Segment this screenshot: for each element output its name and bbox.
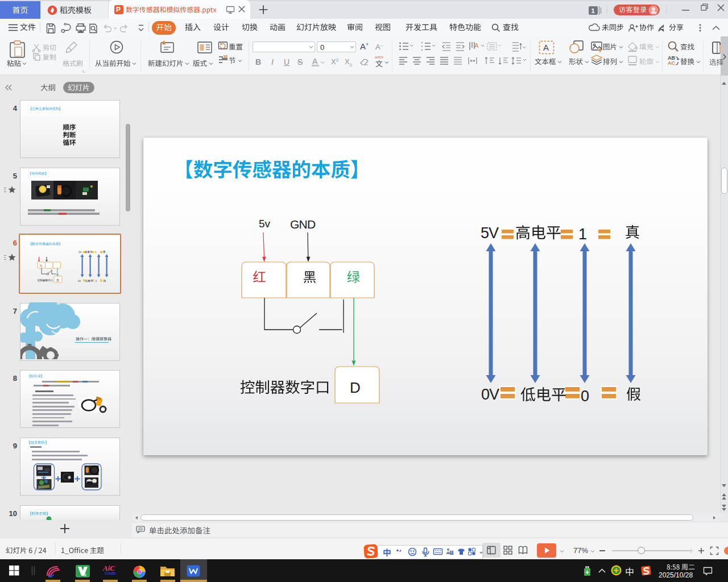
svg-text:s: s xyxy=(84,572,86,577)
svg-text:AC: AC xyxy=(668,60,675,66)
svg-text:A: A xyxy=(474,42,479,49)
svg-text:A: A xyxy=(543,43,549,52)
